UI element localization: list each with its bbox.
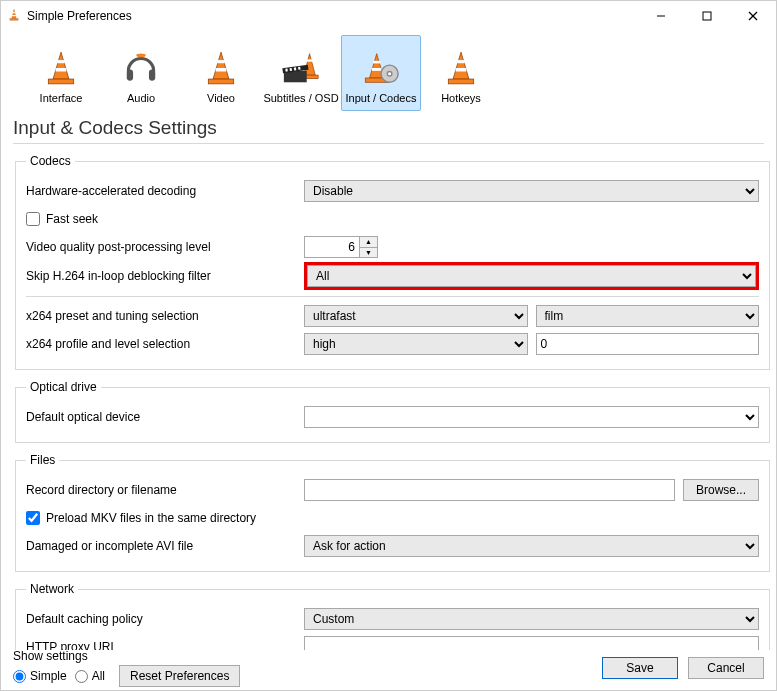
svg-rect-13 [217,60,225,63]
group-codecs-legend: Codecs [26,154,75,168]
group-network: Network Default caching policy Custom HT… [15,582,770,650]
cache-policy-select[interactable]: Custom [304,608,759,630]
cache-policy-label: Default caching policy [26,612,296,626]
svg-rect-25 [372,68,382,71]
page-title: Input & Codecs Settings [13,117,764,139]
x264-preset-select[interactable]: ultrafast [304,305,528,327]
group-files: Files Record directory or filename Brows… [15,453,770,572]
preload-mkv-input[interactable] [26,511,40,525]
svg-rect-23 [298,67,301,70]
group-optical: Optical drive Default optical device [15,380,770,443]
clapper-cone-icon [281,48,321,88]
svg-rect-21 [290,68,293,71]
optical-device-label: Default optical device [26,410,296,424]
svg-rect-8 [56,68,67,71]
preload-mkv-checkbox[interactable]: Preload MKV files in the same directory [26,511,256,525]
skip-filter-label: Skip H.264 in-loop deblocking filter [26,269,296,283]
svg-point-28 [387,71,392,76]
svg-rect-30 [456,68,467,71]
x264-preset-label: x264 preset and tuning selection [26,309,296,323]
close-button[interactable] [730,1,776,31]
damaged-avi-label: Damaged or incomplete AVI file [26,539,296,553]
svg-rect-1 [12,15,16,16]
svg-rect-31 [448,79,473,84]
cone-icon [41,48,81,88]
svg-rect-16 [306,59,313,61]
fast-seek-checkbox[interactable]: Fast seek [26,212,98,226]
tab-audio[interactable]: Audio [101,35,181,111]
group-network-legend: Network [26,582,78,596]
browse-button[interactable]: Browse... [683,479,759,501]
svg-rect-24 [373,61,380,64]
category-toolbar: Interface Audio Video Subtitles / OSD In… [1,31,776,111]
vq-spinbox[interactable]: ▲▼ [304,236,378,258]
tab-interface[interactable]: Interface [21,35,101,111]
group-files-legend: Files [26,453,59,467]
x264-tune-select[interactable]: film [536,305,760,327]
window-title: Simple Preferences [27,9,132,23]
damaged-avi-select[interactable]: Ask for action [304,535,759,557]
divider [26,296,759,297]
tab-input-codecs[interactable]: Input / Codecs [341,35,421,111]
skip-filter-select[interactable]: All [307,265,756,287]
svg-rect-20 [285,69,288,72]
tab-hotkeys[interactable]: Hotkeys [421,35,501,111]
group-codecs: Codecs Hardware-accelerated decoding Dis… [15,154,770,370]
show-all-radio[interactable]: All [75,669,105,683]
svg-rect-22 [294,67,297,70]
svg-rect-4 [703,12,711,20]
hw-decode-label: Hardware-accelerated decoding [26,184,296,198]
cone-cd-icon [361,48,401,88]
svg-rect-15 [208,79,233,84]
spin-down-icon[interactable]: ▼ [360,248,377,258]
preferences-window: Simple Preferences Interface Audio Video… [0,0,777,691]
settings-scroll-area[interactable]: Codecs Hardware-accelerated decoding Dis… [1,144,776,650]
show-simple-radio[interactable]: Simple [13,669,67,683]
skip-filter-highlight: All [304,262,759,290]
svg-rect-10 [127,70,133,81]
minimize-button[interactable] [638,1,684,31]
vlc-cone-icon [7,8,21,25]
svg-rect-0 [13,12,16,13]
titlebar: Simple Preferences [1,1,776,31]
x264-level-input[interactable] [536,333,760,355]
svg-rect-29 [457,60,465,63]
svg-rect-2 [10,18,18,20]
optical-device-select[interactable] [304,406,759,428]
cone-icon [441,48,481,88]
x264-profile-select[interactable]: high [304,333,528,355]
hw-decode-select[interactable]: Disable [304,180,759,202]
maximize-button[interactable] [684,1,730,31]
headphones-icon [121,48,161,88]
svg-rect-14 [216,68,227,71]
record-dir-input[interactable] [304,479,675,501]
reset-preferences-button[interactable]: Reset Preferences [119,665,240,687]
proxy-label: HTTP proxy URL [26,640,296,650]
footer: Show settings Simple All Reset Preferenc… [1,650,776,690]
spin-up-icon[interactable]: ▲ [360,237,377,248]
svg-rect-11 [149,70,155,81]
cone-icon [201,48,241,88]
svg-point-12 [136,53,146,57]
save-button[interactable]: Save [602,657,678,679]
record-dir-label: Record directory or filename [26,483,296,497]
svg-rect-9 [48,79,73,84]
cancel-button[interactable]: Cancel [688,657,764,679]
svg-rect-7 [57,60,65,63]
group-optical-legend: Optical drive [26,380,101,394]
fast-seek-input[interactable] [26,212,40,226]
show-settings-label: Show settings [13,649,240,663]
vq-value[interactable] [305,237,359,257]
vq-label: Video quality post-processing level [26,240,296,254]
tab-subtitles[interactable]: Subtitles / OSD [261,35,341,111]
proxy-input[interactable] [304,636,759,650]
tab-video[interactable]: Video [181,35,261,111]
x264-profile-label: x264 profile and level selection [26,337,296,351]
